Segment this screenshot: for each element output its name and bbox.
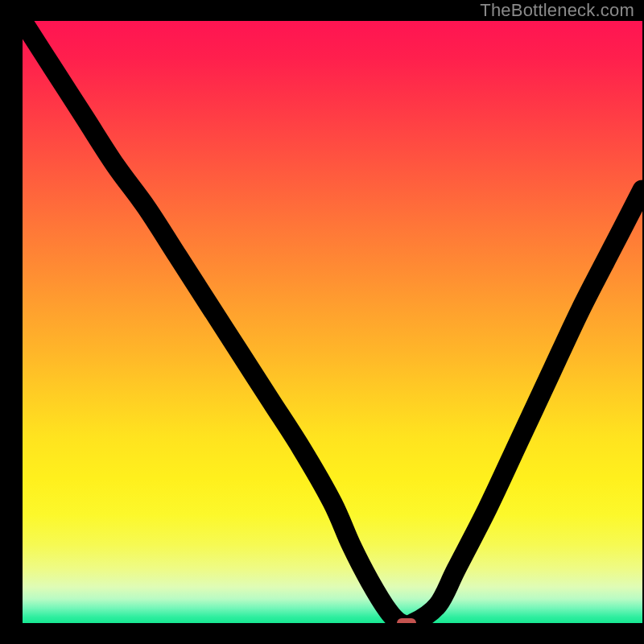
watermark-text: TheBottleneck.com — [480, 0, 634, 21]
plot-area — [23, 21, 642, 623]
chart-frame: TheBottleneck.com — [0, 0, 644, 644]
bottleneck-curve — [23, 21, 642, 623]
minimum-marker — [397, 618, 416, 623]
curve-svg — [23, 21, 642, 623]
